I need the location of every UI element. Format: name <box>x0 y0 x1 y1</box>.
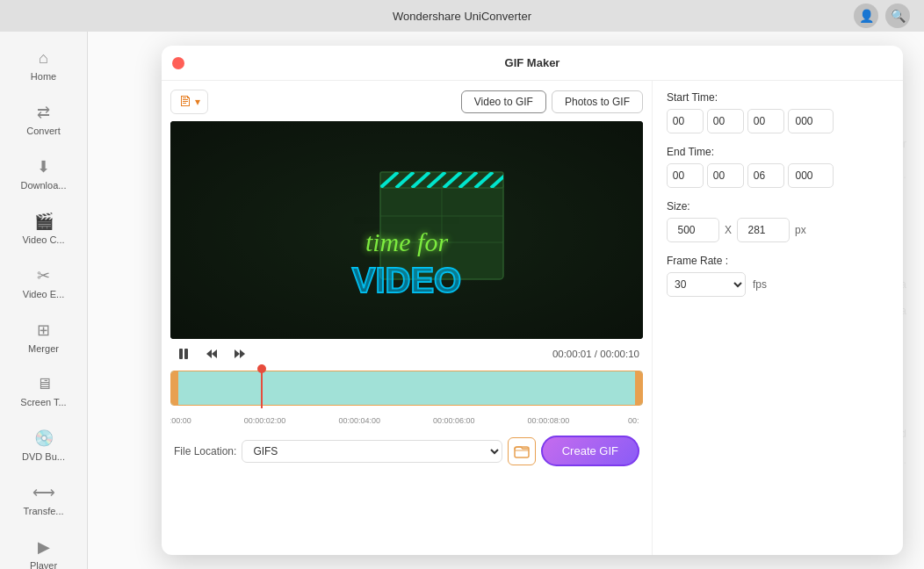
svg-marker-21 <box>206 349 212 358</box>
videoc-icon: 🎬 <box>34 212 54 231</box>
size-inputs: X px <box>667 218 889 242</box>
sidebar-item-label: Transfe... <box>23 506 63 516</box>
timeline-playhead[interactable] <box>261 364 263 408</box>
user-icon[interactable]: 👤 <box>854 4 878 28</box>
fps-unit-label: fps <box>753 278 767 291</box>
ruler-marker-5: 00: <box>628 416 639 425</box>
start-minute-input[interactable] <box>707 109 744 133</box>
tab-photos-to-gif[interactable]: Photos to GIF <box>552 90 643 113</box>
size-width-input[interactable] <box>667 218 719 242</box>
end-time-inputs <box>667 163 889 188</box>
video-toolbar: 🖹 ▾ Video to GIF Photos to GIF <box>170 90 643 114</box>
sidebar-item-screen[interactable]: 🖥 Screen T... <box>5 366 82 416</box>
ruler-marker-3: 00:00:06:00 <box>433 416 475 425</box>
end-second-input[interactable] <box>747 163 784 188</box>
timeline-right-handle[interactable] <box>635 371 642 405</box>
timeline-left-handle[interactable] <box>171 371 178 405</box>
tab-video-to-gif[interactable]: Video to GIF <box>461 90 546 113</box>
gif-maker-dialog: GIF Maker 🖹 ▾ Video to GIF Photos to GIF <box>162 46 903 555</box>
add-file-button[interactable]: 🖹 ▾ <box>170 90 208 114</box>
sidebar-item-label: Convert <box>26 126 61 136</box>
sidebar-item-dvd[interactable]: 💿 DVD Bu... <box>5 420 82 471</box>
start-second-input[interactable] <box>747 109 784 133</box>
playback-controls: 00:00:01 / 00:00:10 <box>170 339 643 369</box>
sidebar-item-label: Downloa... <box>21 180 67 191</box>
end-minute-input[interactable] <box>707 163 744 188</box>
sidebar-item-merger[interactable]: ⊞ Merger <box>5 312 82 363</box>
dvd-icon: 💿 <box>34 429 54 448</box>
file-location-label: File Location: <box>174 445 236 457</box>
search-icon[interactable]: 🔍 <box>885 4 910 28</box>
dialog-header: GIF Maker <box>162 46 903 81</box>
sidebar-item-transfer[interactable]: ⟷ Transfe... <box>5 474 82 525</box>
total-time: 00:00:10 <box>600 349 639 359</box>
start-ms-input[interactable] <box>788 109 834 133</box>
top-bar: Wondershare UniConverter 👤 🔍 <box>0 0 924 32</box>
timeline-ruler: 00:00:00:00 00:00:02:00 00:00:04:00 00:0… <box>170 407 643 425</box>
frame-rate-label: Frame Rate : <box>667 255 889 267</box>
start-time-inputs <box>667 109 889 133</box>
rewind-button[interactable] <box>202 344 221 364</box>
ruler-marker-0: 00:00:00:00 <box>170 416 191 425</box>
ruler-marker-2: 00:00:04:00 <box>338 416 380 425</box>
sidebar-item-label: DVD Bu... <box>22 451 65 462</box>
merger-icon: ⊞ <box>37 321 50 340</box>
video-panel: 🖹 ▾ Video to GIF Photos to GIF <box>162 81 652 555</box>
fps-row: 10 15 20 24 25 30 60 fps <box>667 272 889 297</box>
dialog-body: 🖹 ▾ Video to GIF Photos to GIF <box>162 81 903 555</box>
transfer-icon: ⟷ <box>32 483 55 502</box>
end-time-group: End Time: <box>667 146 889 188</box>
end-ms-input[interactable] <box>788 163 834 188</box>
svg-rect-20 <box>184 349 188 359</box>
size-group: Size: X px <box>667 200 889 242</box>
convert-icon: ⇄ <box>37 103 50 122</box>
svg-text:VIDEO: VIDEO <box>352 261 461 299</box>
videoe-icon: ✂ <box>37 266 50 285</box>
sidebar-item-convert[interactable]: ⇄ Convert <box>5 94 82 145</box>
sidebar-item-videoc[interactable]: 🎬 Video C... <box>5 203 82 254</box>
create-gif-button[interactable]: Create GIF <box>541 436 639 466</box>
start-time-label: Start Time: <box>667 91 889 104</box>
video-canvas: time for VIDEO VIDEO <box>170 121 643 339</box>
svg-rect-19 <box>179 349 183 359</box>
svg-marker-24 <box>240 349 245 358</box>
sidebar-item-player[interactable]: ▶ Player <box>5 529 82 569</box>
svg-marker-23 <box>235 349 240 358</box>
sidebar: ⌂ Home ⇄ Convert ⬇ Downloa... 🎬 Video C.… <box>0 32 88 569</box>
mode-tabs: Video to GIF Photos to GIF <box>461 90 643 113</box>
forward-button[interactable] <box>230 344 249 364</box>
top-bar-controls: 👤 🔍 <box>854 4 910 28</box>
sidebar-item-download[interactable]: ⬇ Downloa... <box>5 148 82 199</box>
svg-text:time for: time for <box>365 227 448 256</box>
player-icon: ▶ <box>38 537 50 557</box>
video-preview: time for VIDEO VIDEO <box>170 121 643 339</box>
sidebar-item-label: Screen T... <box>20 397 66 407</box>
sidebar-item-label: Player <box>30 560 57 569</box>
app-title: Wondershare UniConverter <box>393 10 531 23</box>
start-hour-input[interactable] <box>667 109 704 133</box>
sidebar-item-videoe[interactable]: ✂ Video E... <box>5 257 82 308</box>
time-display: 00:00:01 / 00:00:10 <box>552 349 639 359</box>
end-time-label: End Time: <box>667 146 889 158</box>
file-location-select[interactable]: GIFS Desktop Documents Downloads <box>242 440 502 463</box>
size-label: Size: <box>667 200 889 212</box>
screen-icon: 🖥 <box>36 375 52 393</box>
fps-select[interactable]: 10 15 20 24 25 30 60 <box>667 272 746 297</box>
sidebar-item-home[interactable]: ⌂ Home <box>5 40 82 90</box>
size-height-input[interactable] <box>737 218 790 242</box>
ruler-marker-1: 00:00:02:00 <box>244 416 286 425</box>
size-x-label: X <box>725 224 732 236</box>
timeline-track[interactable] <box>170 371 643 406</box>
timeline-section: 00:00:00:00 00:00:02:00 00:00:04:00 00:0… <box>170 371 643 425</box>
browse-button[interactable] <box>508 437 536 465</box>
pause-button[interactable] <box>174 344 193 364</box>
sidebar-item-label: Video E... <box>23 289 65 299</box>
timeline-segment <box>171 371 642 405</box>
dialog-close-button[interactable] <box>172 57 184 69</box>
end-hour-input[interactable] <box>667 163 704 188</box>
add-file-chevron: ▾ <box>195 96 200 108</box>
main-content: or rmarks. ata etadata t and rvices. GIF… <box>88 32 924 569</box>
sidebar-item-label: Video C... <box>22 234 64 245</box>
svg-marker-22 <box>212 349 217 358</box>
ruler-marker-4: 00:00:08:00 <box>528 416 570 425</box>
